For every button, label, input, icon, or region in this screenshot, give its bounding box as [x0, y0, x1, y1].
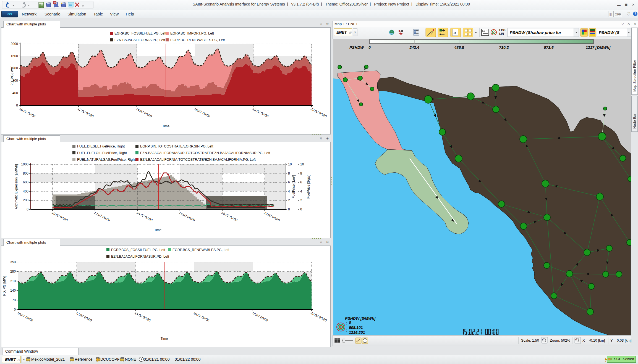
svg-text:486.8: 486.8 [454, 45, 464, 50]
svg-text:PSHDW [$/MWh]: PSHDW [$/MWh] [345, 316, 376, 321]
svg-text:1216.201: 1216.201 [349, 330, 365, 335]
svg-text:608.101: 608.101 [349, 325, 363, 330]
svg-text:1217 [€/MWh]: 1217 [€/MWh] [586, 45, 611, 50]
svg-text:730.2: 730.2 [499, 45, 509, 50]
svg-text:973.6: 973.6 [544, 45, 553, 50]
svg-text:0: 0 [368, 45, 371, 50]
svg-text:0: 0 [349, 320, 351, 325]
svg-text:PSHDW: PSHDW [349, 45, 364, 50]
svg-text:243.4: 243.4 [409, 45, 419, 50]
